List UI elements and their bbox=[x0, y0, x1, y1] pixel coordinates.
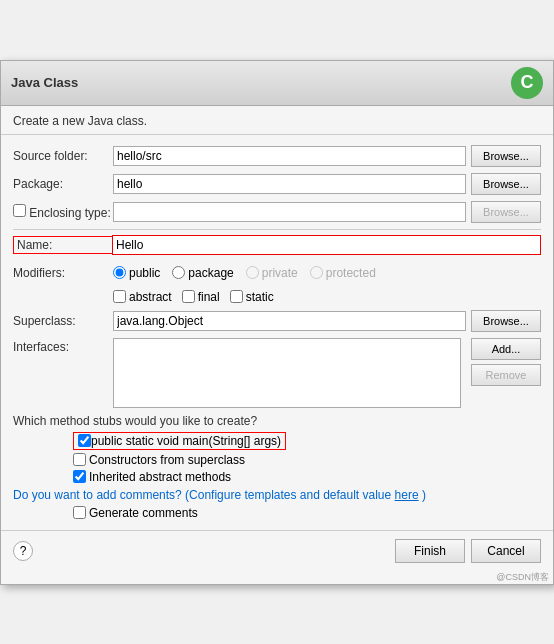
comments-here-link[interactable]: here bbox=[395, 488, 419, 502]
stub-main-row: public static void main(String[] args) bbox=[73, 432, 541, 450]
modifier-package-radio[interactable] bbox=[172, 266, 185, 279]
name-label: Name: bbox=[13, 236, 113, 254]
superclass-input[interactable] bbox=[113, 311, 466, 331]
superclass-row: Superclass: Browse... bbox=[13, 310, 541, 332]
dialog-body: Source folder: Browse... Package: Browse… bbox=[1, 141, 553, 530]
enclosing-type-label: Enclosing type: bbox=[13, 204, 113, 220]
stub-inherited-label[interactable]: Inherited abstract methods bbox=[73, 470, 231, 484]
interfaces-remove-button[interactable]: Remove bbox=[471, 364, 541, 386]
comments-section: Do you want to add comments? (Configure … bbox=[13, 488, 541, 520]
modifier-private-label[interactable]: private bbox=[246, 266, 298, 280]
interfaces-row: Interfaces: Add... Remove bbox=[13, 338, 541, 408]
stub-main-checkbox[interactable] bbox=[78, 434, 91, 447]
method-stubs-section: Which method stubs would you like to cre… bbox=[13, 414, 541, 484]
modifier-final-checkbox[interactable] bbox=[182, 290, 195, 303]
modifiers-radio-group: public package private protected bbox=[113, 266, 384, 280]
source-folder-label: Source folder: bbox=[13, 149, 113, 163]
stub-constructors-checkbox[interactable] bbox=[73, 453, 86, 466]
modifier-static-label[interactable]: static bbox=[230, 290, 274, 304]
modifier-package-label[interactable]: package bbox=[172, 266, 233, 280]
watermark: @CSDN博客 bbox=[1, 571, 553, 584]
generate-comments-checkbox[interactable] bbox=[73, 506, 86, 519]
dialog-subtitle: Create a new Java class. bbox=[13, 114, 147, 128]
enclosing-type-row: Enclosing type: Browse... bbox=[13, 201, 541, 223]
stubs-options: public static void main(String[] args) C… bbox=[13, 432, 541, 484]
modifier-public-radio[interactable] bbox=[113, 266, 126, 279]
stub-inherited-row: Inherited abstract methods bbox=[73, 470, 541, 484]
finish-button[interactable]: Finish bbox=[395, 539, 465, 563]
modifier-public-label[interactable]: public bbox=[113, 266, 160, 280]
modifier-protected-label[interactable]: protected bbox=[310, 266, 376, 280]
enclosing-type-browse-button[interactable]: Browse... bbox=[471, 201, 541, 223]
enclosing-type-checkbox[interactable] bbox=[13, 204, 26, 217]
titlebar: Java Class C bbox=[1, 61, 553, 106]
package-input[interactable] bbox=[113, 174, 466, 194]
modifier-static-checkbox[interactable] bbox=[230, 290, 243, 303]
source-folder-input[interactable] bbox=[113, 146, 466, 166]
interfaces-label: Interfaces: bbox=[13, 338, 113, 354]
interfaces-textarea[interactable] bbox=[113, 338, 461, 408]
footer-right: Finish Cancel bbox=[395, 539, 541, 563]
package-row: Package: Browse... bbox=[13, 173, 541, 195]
package-label: Package: bbox=[13, 177, 113, 191]
interfaces-buttons: Add... Remove bbox=[466, 338, 541, 386]
stub-inherited-checkbox[interactable] bbox=[73, 470, 86, 483]
footer-left: ? bbox=[13, 541, 33, 561]
modifier-final-label[interactable]: final bbox=[182, 290, 220, 304]
dialog-footer: ? Finish Cancel bbox=[1, 530, 553, 571]
dialog-header: Create a new Java class. bbox=[1, 106, 553, 134]
help-button[interactable]: ? bbox=[13, 541, 33, 561]
modifier-abstract-label[interactable]: abstract bbox=[113, 290, 172, 304]
modifier-abstract-checkbox[interactable] bbox=[113, 290, 126, 303]
modifiers-row2: abstract final static bbox=[13, 290, 541, 304]
name-row: Name: bbox=[13, 234, 541, 256]
source-folder-browse-button[interactable]: Browse... bbox=[471, 145, 541, 167]
superclass-browse-button[interactable]: Browse... bbox=[471, 310, 541, 332]
enclosing-type-input[interactable] bbox=[113, 202, 466, 222]
java-class-dialog: Java Class C Create a new Java class. So… bbox=[0, 60, 554, 585]
name-input[interactable] bbox=[112, 235, 541, 255]
modifier-protected-radio[interactable] bbox=[310, 266, 323, 279]
modifier-private-radio[interactable] bbox=[246, 266, 259, 279]
generate-comments-label[interactable]: Generate comments bbox=[73, 506, 531, 520]
stub-main-label[interactable]: public static void main(String[] args) bbox=[73, 432, 286, 450]
package-browse-button[interactable]: Browse... bbox=[471, 173, 541, 195]
dialog-title: Java Class bbox=[11, 75, 78, 90]
stub-constructors-row: Constructors from superclass bbox=[73, 453, 541, 467]
comments-indent: Generate comments bbox=[13, 506, 541, 520]
modifiers-row: Modifiers: public package private protec… bbox=[13, 262, 541, 284]
modifiers-label: Modifiers: bbox=[13, 266, 113, 280]
superclass-label: Superclass: bbox=[13, 314, 113, 328]
comments-question: Do you want to add comments? (Configure … bbox=[13, 488, 541, 502]
java-icon: C bbox=[511, 67, 543, 99]
stubs-question: Which method stubs would you like to cre… bbox=[13, 414, 541, 428]
cancel-button[interactable]: Cancel bbox=[471, 539, 541, 563]
source-folder-row: Source folder: Browse... bbox=[13, 145, 541, 167]
interfaces-add-button[interactable]: Add... bbox=[471, 338, 541, 360]
stub-constructors-label[interactable]: Constructors from superclass bbox=[73, 453, 245, 467]
